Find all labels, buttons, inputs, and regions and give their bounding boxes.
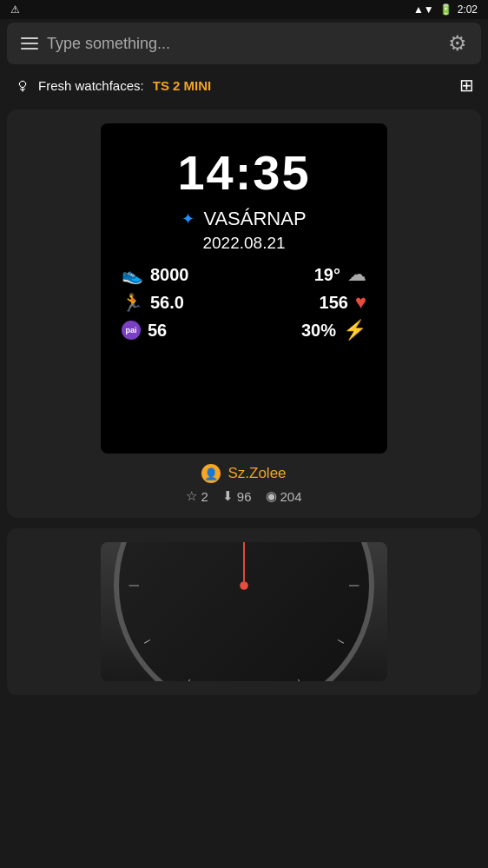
status-bar: ⚠ ▲▼ 🔋 2:02 bbox=[0, 0, 488, 19]
watch-time-display: 14:35 bbox=[177, 144, 310, 201]
round-watch-bezel: 12 QUA 13 bbox=[114, 542, 374, 681]
watch-day-row: ✦ VASÁRNAP bbox=[181, 208, 306, 230]
downloads-count: 96 bbox=[237, 489, 252, 504]
lightning-bolt-icon: ⚡ bbox=[343, 319, 366, 341]
card-author-1[interactable]: 👤 Sz.Zolee bbox=[201, 464, 286, 483]
svg-line-5 bbox=[298, 679, 301, 681]
steps-icon: 👟 bbox=[122, 264, 143, 285]
watch-stat-row-3: pai 56 30% ⚡ bbox=[115, 319, 373, 341]
hamburger-menu-icon[interactable] bbox=[21, 37, 38, 50]
filter-category-title[interactable]: TS 2 MINI bbox=[153, 78, 212, 93]
filter-label-text: Fresh watchfaces: bbox=[38, 78, 144, 93]
clock-time: 2:02 bbox=[458, 3, 478, 16]
card-stat-downloads: ⬇ 96 bbox=[222, 488, 252, 504]
watch-day-name: VASÁRNAP bbox=[203, 208, 306, 230]
star-icon: ☆ bbox=[186, 488, 197, 504]
stars-count: 2 bbox=[201, 489, 208, 504]
bluetooth-icon: ✦ bbox=[181, 209, 195, 229]
heart-icon: ♥ bbox=[355, 291, 366, 314]
svg-line-8 bbox=[144, 639, 150, 643]
watchface-display-1: 14:35 ✦ VASÁRNAP 2022.08.21 👟 8000 19° bbox=[101, 123, 387, 454]
grid-view-icon[interactable]: ⊞ bbox=[459, 75, 474, 96]
watch-stat-row-1: 👟 8000 19° ☁ bbox=[115, 263, 373, 286]
svg-point-14 bbox=[240, 581, 248, 590]
filter-sliders-icon[interactable]: ⧬ bbox=[14, 76, 30, 95]
author-name: Sz.Zolee bbox=[228, 465, 286, 482]
watchface-card-2[interactable]: 12 QUA 13 bbox=[7, 528, 481, 695]
search-bar-left: Type something... bbox=[21, 35, 170, 53]
watchface-card-1[interactable]: 14:35 ✦ VASÁRNAP 2022.08.21 👟 8000 19° bbox=[7, 109, 481, 518]
views-count: 204 bbox=[280, 489, 302, 504]
svg-line-4 bbox=[338, 639, 344, 643]
alert-icon: ⚠ bbox=[10, 3, 20, 16]
tick-marks-svg: 12 bbox=[119, 542, 369, 681]
card-stat-views: ◉ 204 bbox=[266, 488, 302, 504]
cards-container: 14:35 ✦ VASÁRNAP 2022.08.21 👟 8000 19° bbox=[0, 103, 488, 702]
round-watchface-display: 12 QUA 13 bbox=[101, 542, 387, 681]
svg-line-7 bbox=[187, 679, 190, 681]
pai-value: 56 bbox=[148, 321, 167, 341]
eye-view-icon: ◉ bbox=[266, 488, 277, 504]
watchface-image-2: 12 QUA 13 bbox=[21, 542, 467, 681]
download-icon: ⬇ bbox=[222, 488, 234, 504]
settings-gear-icon[interactable]: ⚙ bbox=[448, 31, 467, 56]
card-meta-1: 👤 Sz.Zolee ☆ 2 ⬇ 96 ◉ 204 bbox=[21, 464, 467, 504]
wifi-signal-icon: ▲▼ bbox=[413, 3, 434, 16]
author-avatar-icon: 👤 bbox=[201, 464, 221, 483]
steps-value: 8000 bbox=[150, 265, 189, 285]
card-stats-1: ☆ 2 ⬇ 96 ◉ 204 bbox=[186, 488, 301, 504]
status-bar-right: ▲▼ 🔋 2:02 bbox=[413, 3, 478, 16]
temp-value: 19° bbox=[314, 265, 340, 285]
pai-icon: pai bbox=[122, 321, 141, 340]
watch-date: 2022.08.21 bbox=[202, 234, 285, 253]
battery-icon: 🔋 bbox=[439, 3, 452, 16]
watchface-image-1: 14:35 ✦ VASÁRNAP 2022.08.21 👟 8000 19° bbox=[21, 123, 467, 454]
battery-percent-value: 30% bbox=[301, 321, 336, 341]
search-bar[interactable]: Type something... ⚙ bbox=[7, 23, 481, 64]
running-icon: 🏃 bbox=[122, 292, 143, 313]
watch-stats: 👟 8000 19° ☁ 🏃 56.0 bbox=[115, 263, 373, 341]
weather-cloud-icon: ☁ bbox=[347, 263, 366, 286]
running-value: 56.0 bbox=[150, 293, 184, 313]
card-stat-stars: ☆ 2 bbox=[186, 488, 208, 504]
status-bar-left: ⚠ bbox=[10, 3, 20, 16]
heart-rate-value: 156 bbox=[320, 293, 348, 313]
filter-bar: ⧬ Fresh watchfaces: TS 2 MINI ⊞ bbox=[0, 68, 488, 103]
watch-stat-row-2: 🏃 56.0 156 ♥ bbox=[115, 291, 373, 314]
search-placeholder-text[interactable]: Type something... bbox=[47, 35, 170, 53]
